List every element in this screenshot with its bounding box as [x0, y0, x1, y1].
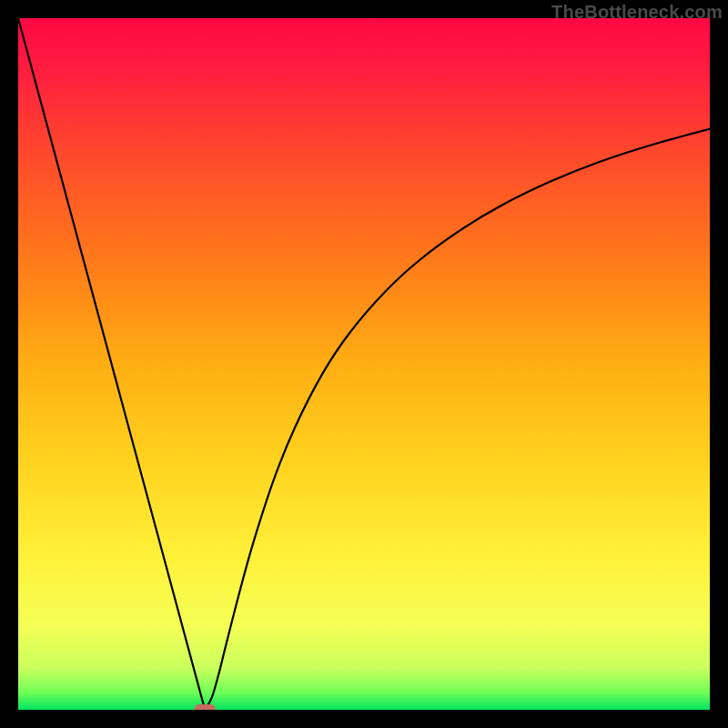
chart-frame — [18, 18, 710, 710]
bottleneck-chart — [18, 18, 710, 710]
gradient-background — [18, 18, 710, 710]
optimal-point-marker — [195, 704, 216, 710]
attribution-text: TheBottleneck.com — [551, 2, 723, 23]
